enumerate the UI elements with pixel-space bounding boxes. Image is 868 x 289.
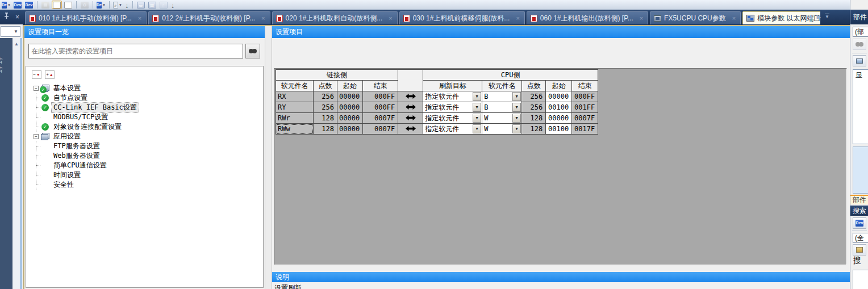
tab-document-3[interactable]: 020 1#上料机取料自动(放料侧...× [272, 11, 398, 24]
cpu-device-select[interactable]: W▼ [482, 124, 522, 135]
window-dock-icon[interactable]: 回 [147, 1, 157, 9]
col-start: 起始 [546, 81, 572, 91]
chevron-down-icon[interactable]: ▼ [473, 103, 481, 112]
tree-item-ftp-server[interactable]: FTP服务器设置 [36, 141, 263, 151]
tree-item-security[interactable]: 安全性 [36, 180, 263, 190]
toolbar-separator [76, 1, 77, 9]
tab-element[interactable]: 部件 [850, 195, 868, 204]
right-strip-combo[interactable]: (全 [853, 233, 868, 243]
tab-close-icon[interactable]: × [389, 15, 392, 22]
left-strip-dropdown[interactable]: ▼ [1, 26, 20, 37]
cross-reference-icon[interactable]: ⁋ [63, 1, 73, 9]
tree-item-application-settings[interactable]: − 应用设置 [26, 132, 263, 141]
panel-splitter[interactable] [265, 26, 272, 289]
tab-close-icon[interactable]: × [261, 15, 265, 22]
window-output-icon[interactable]: ▭ [136, 1, 146, 9]
build-icon[interactable]: ⛭ [80, 1, 90, 9]
chevron-down-icon[interactable]: ▼ [512, 103, 521, 112]
search-result-list[interactable] [853, 270, 868, 289]
tab-document-1[interactable]: 010 1#上料机手动(放料侧) [P...× [25, 11, 147, 24]
dev-network-icon[interactable]: Dev [24, 1, 34, 9]
chevron-down-icon[interactable]: ▼ [512, 92, 521, 101]
chevron-down-icon[interactable]: ▼ [473, 124, 481, 133]
tree-item-external-device-config[interactable]: ✓对象设备连接配置设置 [36, 122, 263, 132]
chevron-down-icon[interactable]: ▼ [473, 92, 481, 101]
tree-item-simple-cpu-comm[interactable]: 简单CPU通信设置 [36, 161, 263, 170]
toolbar-overflow-icon[interactable]: ⇣ [170, 4, 176, 9]
zoom-tool-icon[interactable]: ⌕▼ [112, 1, 123, 9]
settings-button[interactable] [853, 244, 866, 256]
description-text: 设置刷新。 [274, 283, 308, 289]
cpu-start-input[interactable]: 00100 [546, 124, 572, 135]
dev-monitor-icon[interactable]: Dev▼ [96, 1, 106, 9]
find-button[interactable] [853, 39, 866, 50]
edit-mode-icon[interactable]: I✎ [52, 1, 62, 9]
tree-item-web-server[interactable]: Web服务器设置 [36, 151, 263, 161]
chevron-down-icon[interactable]: ▼ [512, 124, 521, 133]
search-button[interactable] [245, 44, 260, 58]
link-device-cell-focused[interactable]: RWw [276, 124, 314, 135]
table-row-rx: RX 256 00000 000FF 指定软元件▼ B▼ 256 00000 0… [276, 91, 598, 102]
right-panel-title: 设置项目 [272, 26, 850, 38]
cpu-end-cell: 001FF [572, 102, 598, 113]
pin-icon[interactable] [3, 12, 10, 21]
refresh-target-select[interactable]: 指定软元件▼ [423, 102, 482, 113]
tab-document-2[interactable]: 012 2#上料机手动(收料侧) [P...× [148, 11, 270, 24]
tab-close-icon[interactable]: × [732, 15, 736, 22]
close-panel-icon[interactable]: × [15, 13, 19, 21]
right-strip-combo[interactable]: (部 [853, 27, 868, 37]
chevron-down-icon[interactable]: ▼ [512, 114, 521, 123]
check-icon: ✓ [41, 94, 49, 102]
tab-scroll-left-icon[interactable]: ◀ [808, 14, 813, 20]
dev-search-icon[interactable]: Dev [853, 217, 866, 229]
tree-item-basic-settings[interactable]: − ✓ 基本设置 [26, 83, 263, 93]
collapse-icon[interactable]: − [34, 134, 39, 139]
tree-item-time-settings[interactable]: 时间设置 [36, 170, 263, 180]
display-target-group: 显 [853, 69, 868, 144]
tree-item-modbus-tcp[interactable]: MODBUS/TCP设置 [36, 112, 263, 122]
expand-all-button[interactable]: +▲ [45, 70, 55, 79]
refresh-target-select[interactable]: 指定软元件▼ [423, 113, 482, 124]
setting-item-panel: 设置项目 链接侧 CPU侧 软元件名 点数 [272, 26, 850, 289]
selection-list[interactable] [853, 146, 868, 194]
chevron-down-icon[interactable]: ▼ [473, 114, 481, 123]
window-pin-icon[interactable]: ▯ [158, 1, 169, 9]
tab-close-icon[interactable]: × [640, 15, 643, 22]
cpu-start-input[interactable]: 00000 [546, 91, 572, 102]
refresh-target-select[interactable]: 指定软元件▼ [423, 124, 482, 135]
settings-group-icon [41, 133, 49, 140]
cpu-start-input[interactable]: 00000 [546, 113, 572, 124]
main-toolbar: Dev▼ Dev Dev ▤ I✎ ⁋ ⛭ Dev▼ ⌕▼ ⇣ ▭ 回 ▯ ⇣ [0, 0, 868, 10]
collapse-all-button[interactable]: −▼ [32, 70, 41, 79]
cpu-device-select[interactable]: W▼ [482, 113, 522, 124]
cpu-start-input[interactable]: 00100 [546, 102, 572, 113]
tab-close-icon[interactable]: × [138, 15, 141, 22]
form-icon[interactable]: ▤ [40, 1, 51, 9]
tab-list-icon[interactable]: ▼ [825, 14, 829, 20]
tab-cpu-parameter[interactable]: FX5UCPU CPU参数× [650, 11, 741, 24]
left-strip-scrollbar[interactable] [12, 38, 20, 289]
cpu-device-select[interactable]: B▼ [482, 91, 522, 102]
tab-document-4[interactable]: 030 1#上料机前横移伺服(放料...× [399, 11, 525, 24]
cpu-device-select[interactable]: B▼ [482, 102, 522, 113]
tab-document-5[interactable]: 060 1#上料机输出(放料侧) [P...× [527, 11, 648, 24]
element-selection-panel: 部件 (部 显 部件 搜索 Dev (全 搜 [850, 0, 868, 289]
separator [852, 231, 867, 231]
program-icon [403, 15, 410, 22]
tab-close-icon[interactable]: × [516, 15, 519, 22]
filter-button[interactable] [853, 55, 866, 66]
tree-item-own-node[interactable]: ✓自节点设置 [36, 93, 263, 103]
tab-scroll-right-icon[interactable]: ▶ [816, 14, 821, 20]
dev-list-icon[interactable]: Dev [12, 1, 23, 9]
scroll-up-icon[interactable]: ▲ [13, 40, 20, 48]
collapse-icon[interactable]: − [34, 86, 39, 91]
toolbar-overflow-icon[interactable]: ⇣ [124, 4, 130, 9]
left-panel-title: 设置项目一览 [24, 26, 265, 38]
dev-search-icon[interactable]: Dev▼ [1, 1, 11, 9]
search-input[interactable] [28, 44, 243, 58]
link-side-header: 链接侧 [276, 70, 398, 81]
toolbar-separator [37, 1, 37, 9]
setting-item-list-panel: 设置项目一览 −▼ +▲ − ✓ 基本设置 ✓自节点设置 [24, 26, 265, 289]
refresh-target-select[interactable]: 指定软元件▼ [423, 91, 482, 102]
tree-item-cclink-ief-basic[interactable]: ✓CC-Link IEF Basic设置 [36, 103, 263, 112]
